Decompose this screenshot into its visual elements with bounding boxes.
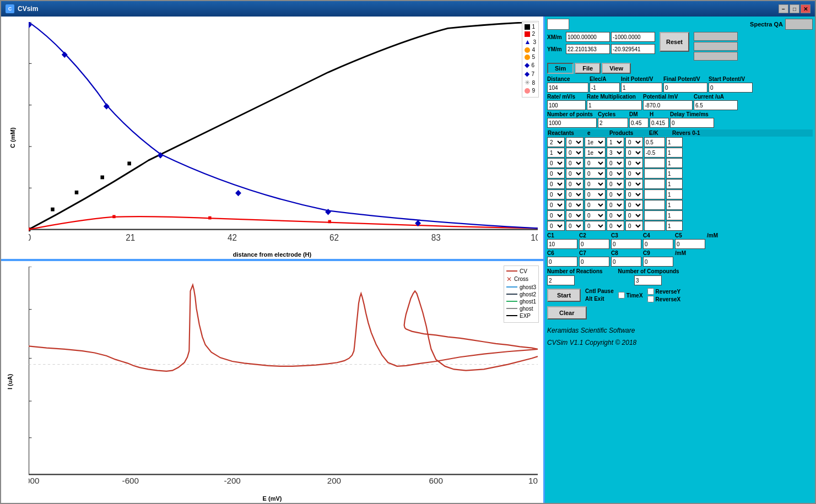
r5-1-select[interactable]: 0 bbox=[547, 179, 565, 189]
r1-2-select[interactable]: 01 bbox=[566, 137, 583, 147]
distance-input[interactable] bbox=[547, 83, 588, 93]
e2-select[interactable]: 1e02e bbox=[585, 148, 606, 158]
spectra-input[interactable] bbox=[547, 19, 569, 30]
tab-file[interactable]: File bbox=[575, 63, 601, 74]
p4-1-select[interactable]: 0 bbox=[607, 169, 624, 178]
e4-select[interactable]: 0 bbox=[585, 169, 606, 178]
xm-val1-input[interactable] bbox=[566, 32, 610, 42]
init-pot-input[interactable] bbox=[621, 83, 662, 93]
r7-1-select[interactable]: 0 bbox=[547, 200, 565, 210]
p9-2-select[interactable]: 0 bbox=[625, 221, 643, 231]
timex-checkbox[interactable] bbox=[618, 292, 625, 299]
reversex-checkbox[interactable] bbox=[647, 296, 654, 302]
start-pot-input[interactable] bbox=[709, 83, 753, 93]
rev9-input[interactable] bbox=[666, 221, 683, 231]
r9-2-select[interactable]: 0 bbox=[566, 221, 583, 231]
right-input-2[interactable] bbox=[694, 42, 738, 51]
r8-2-select[interactable]: 0 bbox=[566, 210, 583, 220]
c8-input[interactable] bbox=[611, 257, 641, 267]
p7-1-select[interactable]: 0 bbox=[607, 200, 624, 210]
r6-2-select[interactable]: 0 bbox=[566, 189, 583, 199]
rev6-input[interactable] bbox=[666, 189, 683, 199]
reset-button[interactable]: Reset bbox=[660, 32, 689, 52]
c5-input[interactable] bbox=[675, 239, 705, 249]
p5-1-select[interactable]: 0 bbox=[607, 179, 624, 189]
p4-2-select[interactable]: 0 bbox=[625, 169, 643, 178]
delay-input[interactable] bbox=[670, 118, 714, 128]
p6-1-select[interactable]: 0 bbox=[607, 189, 624, 199]
e5-select[interactable]: 0 bbox=[585, 179, 606, 189]
p3-2-select[interactable]: 0 bbox=[625, 158, 643, 168]
r4-2-select[interactable]: 0 bbox=[566, 169, 583, 178]
r3-1-select[interactable]: 0 bbox=[547, 158, 565, 168]
ek2-input[interactable] bbox=[644, 148, 665, 158]
c1-input[interactable] bbox=[547, 239, 577, 249]
ek9-input[interactable] bbox=[644, 221, 665, 231]
rev3-input[interactable] bbox=[666, 158, 683, 168]
ek6-input[interactable] bbox=[644, 189, 665, 199]
cycles-input[interactable] bbox=[598, 118, 628, 128]
c9-input[interactable] bbox=[643, 257, 673, 267]
p9-1-select[interactable]: 0 bbox=[607, 221, 624, 231]
start-button[interactable]: Start bbox=[547, 289, 581, 302]
ek7-input[interactable] bbox=[644, 200, 665, 210]
r7-2-select[interactable]: 0 bbox=[566, 200, 583, 210]
r1-1-select[interactable]: 2013 bbox=[547, 137, 565, 147]
elec-input[interactable] bbox=[590, 83, 620, 93]
clear-button[interactable]: Clear bbox=[547, 306, 587, 319]
r2-2-select[interactable]: 01 bbox=[566, 148, 583, 158]
p1-1-select[interactable]: 102 bbox=[607, 137, 624, 147]
c6-input[interactable] bbox=[547, 257, 577, 267]
close-button[interactable]: ✕ bbox=[801, 4, 810, 13]
potential-input[interactable] bbox=[643, 100, 693, 110]
r2-1-select[interactable]: 102 bbox=[547, 148, 565, 158]
rev4-input[interactable] bbox=[666, 169, 683, 178]
ym-val2-input[interactable] bbox=[611, 44, 655, 54]
c2-input[interactable] bbox=[579, 239, 609, 249]
tab-view[interactable]: View bbox=[602, 63, 631, 74]
right-input-3[interactable] bbox=[694, 52, 738, 61]
dm-input[interactable] bbox=[629, 118, 649, 128]
minimize-button[interactable]: − bbox=[779, 4, 788, 13]
p1-2-select[interactable]: 01 bbox=[625, 137, 643, 147]
p2-1-select[interactable]: 301 bbox=[607, 148, 624, 158]
right-input-1[interactable] bbox=[694, 32, 738, 41]
rate-mult-input[interactable] bbox=[587, 100, 642, 110]
maximize-button[interactable]: □ bbox=[790, 4, 799, 13]
e3-select[interactable]: 0 bbox=[585, 158, 606, 168]
ek4-input[interactable] bbox=[644, 169, 665, 178]
p2-2-select[interactable]: 01 bbox=[625, 148, 643, 158]
c3-input[interactable] bbox=[611, 239, 641, 249]
p7-2-select[interactable]: 0 bbox=[625, 200, 643, 210]
rev2-input[interactable] bbox=[666, 148, 683, 158]
rev8-input[interactable] bbox=[666, 210, 683, 220]
ek1-input[interactable] bbox=[644, 137, 665, 147]
xm-val2-input[interactable] bbox=[611, 32, 655, 42]
r9-1-select[interactable]: 0 bbox=[547, 221, 565, 231]
p6-2-select[interactable]: 0 bbox=[625, 189, 643, 199]
r8-1-select[interactable]: 0 bbox=[547, 210, 565, 220]
ym-val1-input[interactable] bbox=[566, 44, 610, 54]
e9-select[interactable]: 0 bbox=[585, 221, 606, 231]
p8-2-select[interactable]: 0 bbox=[625, 210, 643, 220]
points-input[interactable] bbox=[547, 118, 597, 128]
ek8-input[interactable] bbox=[644, 210, 665, 220]
e8-select[interactable]: 0 bbox=[585, 210, 606, 220]
e7-select[interactable]: 0 bbox=[585, 200, 606, 210]
h-input[interactable] bbox=[650, 118, 669, 128]
rev5-input[interactable] bbox=[666, 179, 683, 189]
rate-input[interactable] bbox=[547, 100, 586, 110]
ek5-input[interactable] bbox=[644, 179, 665, 189]
ek3-input[interactable] bbox=[644, 158, 665, 168]
p3-1-select[interactable]: 0 bbox=[607, 158, 624, 168]
final-pot-input[interactable] bbox=[663, 83, 707, 93]
current-input[interactable] bbox=[694, 100, 738, 110]
nr-compounds-input[interactable] bbox=[634, 275, 662, 285]
r3-2-select[interactable]: 0 bbox=[566, 158, 583, 168]
spectra-qa-input[interactable] bbox=[785, 19, 813, 30]
nr-reactions-input[interactable] bbox=[547, 275, 575, 285]
p5-2-select[interactable]: 0 bbox=[625, 179, 643, 189]
r5-2-select[interactable]: 0 bbox=[566, 179, 583, 189]
c7-input[interactable] bbox=[579, 257, 609, 267]
rev7-input[interactable] bbox=[666, 200, 683, 210]
